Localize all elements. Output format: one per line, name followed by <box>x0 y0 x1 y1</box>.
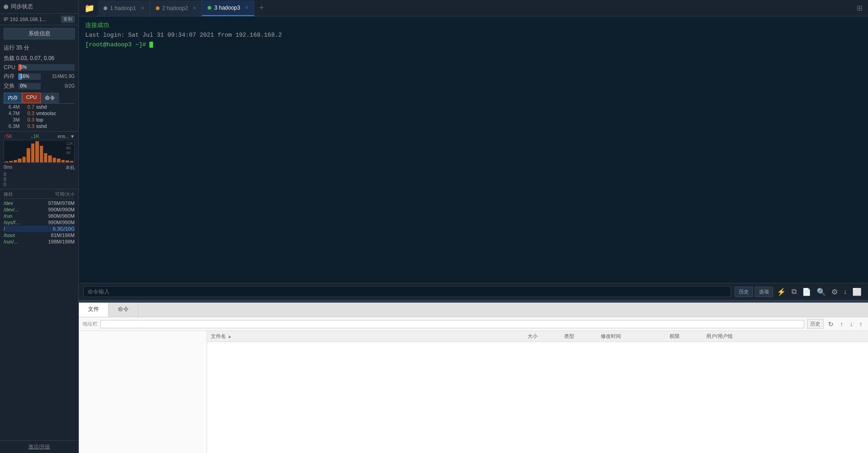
mem-label: 内存 <box>4 72 16 80</box>
tab-hadoop1[interactable]: 1 hadoop1 ✕ <box>98 0 150 16</box>
bottom-area: 文件 命令 地址栏 历史 ↻ ↑ ↓ ↑ <box>79 302 868 453</box>
net-bar-7 <box>35 141 38 162</box>
proc-mem-1: 4.7M <box>4 110 20 116</box>
download-icon-btn[interactable]: ↓ <box>841 287 849 297</box>
tab-process-cmd[interactable]: 命令 <box>41 93 59 103</box>
mem-detail-text: 314M/1.9G <box>43 74 75 79</box>
addr-history-btn[interactable]: 历史 <box>807 319 824 329</box>
term-line-3: [root@hadoop3 ~]# <box>85 40 862 50</box>
net-bar-0 <box>5 161 8 162</box>
settings-icon-btn[interactable]: ⚙ <box>830 287 840 297</box>
latency-text: 0ms <box>4 165 12 171</box>
net-upload-text: ↑5K <box>4 133 12 139</box>
tab-grid-icon[interactable]: ⊞ <box>853 4 866 12</box>
search-icon-btn[interactable]: 🔍 <box>815 287 828 297</box>
tab-process-mem[interactable]: 内存 <box>4 93 22 103</box>
swap-label: 交换 <box>4 82 16 90</box>
addr-download-btn[interactable]: ↓ <box>848 320 855 329</box>
tab-files[interactable]: 文件 <box>79 303 109 317</box>
proc-row-1: 4.7M 0.3 vmtoolsc <box>0 110 78 116</box>
disk-row-0: /dev 978M/978M <box>4 200 75 206</box>
cmd-input-field[interactable] <box>83 286 731 297</box>
disk-avail-4: 6.3G/10G <box>38 226 75 232</box>
swap-pct-text: 0% <box>20 83 27 89</box>
proc-row-3: 6.3M 0.3 sshd <box>0 123 78 129</box>
proc-row-2: 3M 0.3 top <box>0 116 78 123</box>
network-section: ↑5K ↓1K ens... ▼ 12K 8K 4K 0ms 本机 0 0 0 <box>0 131 78 187</box>
host-text: 本机 <box>66 165 75 171</box>
col-perm[interactable]: 权限 <box>670 333 706 340</box>
net-bar-15 <box>70 161 73 162</box>
file-left-panel <box>79 331 207 453</box>
sidebar-bottom: 激活/升级 <box>0 440 78 453</box>
proc-cpu-3: 0.3 <box>22 123 34 129</box>
expand-icon-btn[interactable]: ⬜ <box>851 287 863 297</box>
proc-cpu-2: 0.3 <box>22 117 34 122</box>
addr-up-btn[interactable]: ↑ <box>838 320 845 329</box>
ip-text: IP 192.168.168.1... <box>4 17 58 22</box>
proc-name-3: sshd <box>36 123 47 129</box>
addr-upload-btn[interactable]: ↑ <box>857 320 864 329</box>
mem-bar: 16% <box>18 73 41 80</box>
cmd-input-bar: 历史 选项 ⚡ ⧉ 📄 🔍 ⚙ ↓ ⬜ <box>79 283 868 300</box>
swap-stat-row: 交换 0% 0/2G <box>0 81 78 91</box>
term-cursor <box>149 42 153 48</box>
proc-row-0: 6.4M 0.7 sshd <box>0 104 78 110</box>
disk-header: 路径 可用/大小 <box>4 191 75 199</box>
copy-ip-button[interactable]: 复制 <box>61 16 75 23</box>
net-value-rows: 0 0 0 <box>4 172 75 187</box>
mem-stat-row: 内存 16% 314M/1.9G <box>0 72 78 81</box>
tab-dot-1 <box>104 6 107 10</box>
sys-info-button[interactable]: 系统信息 <box>4 28 75 39</box>
disk-row-4: / 6.3G/10G <box>4 226 75 232</box>
main-area: 📁 1 hadoop1 ✕ 2 hadoop2 ✕ 3 hadoop3 ✕ + … <box>79 0 868 453</box>
swap-bar: 0% <box>18 83 41 89</box>
file-icon-btn[interactable]: 📄 <box>800 287 813 297</box>
tab-hadoop2[interactable]: 2 hadoop2 ✕ <box>150 0 203 16</box>
tab-close-3[interactable]: ✕ <box>245 5 248 10</box>
disk-avail-3: 990M/990M <box>38 220 75 225</box>
net-bar-5 <box>27 148 30 162</box>
term-line-2: Last login: Sat Jul 31 09:34:07 2021 fro… <box>85 31 862 40</box>
terminal-area[interactable]: 连接成功 Last login: Sat Jul 31 09:34:07 202… <box>79 17 868 283</box>
add-tab-button[interactable]: + <box>254 3 269 13</box>
col-type[interactable]: 类型 <box>564 333 601 340</box>
tab-dot-2 <box>156 6 159 10</box>
folder-icon[interactable]: 📁 <box>81 3 98 13</box>
tab-close-1[interactable]: ✕ <box>141 6 144 11</box>
col-time[interactable]: 修改时间 <box>601 333 670 340</box>
proc-cpu-1: 0.3 <box>22 110 34 116</box>
net-bar-13 <box>61 160 65 162</box>
sync-dot <box>4 5 8 9</box>
net-bar-9 <box>44 153 47 162</box>
history-button[interactable]: 历史 <box>735 287 753 297</box>
col-size[interactable]: 大小 <box>527 333 564 340</box>
net-bar-2 <box>14 160 17 162</box>
tab-label-2: 2 hadoop2 <box>162 5 188 11</box>
disk-row-3: /sys/f... 990M/990M <box>4 219 75 226</box>
cpu-bar: 5% <box>18 64 75 71</box>
net-iface-select[interactable]: ens... ▼ <box>58 134 75 139</box>
tab-commands[interactable]: 命令 <box>109 303 138 317</box>
tab-hadoop3[interactable]: 3 hadoop3 ✕ <box>202 0 254 16</box>
net-header: ↑5K ↓1K ens... ▼ <box>4 133 75 139</box>
runtime-row: 运行 35 分 <box>0 42 78 54</box>
disk-avail-2: 980M/980M <box>38 213 75 219</box>
disk-avail-0: 978M/978M <box>38 200 75 206</box>
col-user[interactable]: 用户/用户组 <box>706 333 864 340</box>
copy-icon-btn[interactable]: ⧉ <box>790 287 798 297</box>
disk-row-1: /dev/... 990M/990M <box>4 206 75 213</box>
tab-close-2[interactable]: ✕ <box>192 6 196 11</box>
bottom-tabs: 文件 命令 <box>79 303 868 317</box>
activate-text[interactable]: 激活/升级 <box>28 444 50 449</box>
disk-path-6: /run/... <box>4 239 38 244</box>
tab-process-cpu[interactable]: CPU <box>22 93 41 103</box>
flash-icon-btn[interactable]: ⚡ <box>775 287 788 297</box>
options-button[interactable]: 选项 <box>755 287 773 297</box>
mem-pct-text: 16% <box>20 73 29 80</box>
col-name[interactable]: 文件名 ▲ <box>211 333 527 340</box>
disk-path-3: /sys/f... <box>4 220 38 225</box>
addr-refresh-btn[interactable]: ↻ <box>826 320 835 329</box>
disk-path-1: /dev/... <box>4 207 38 212</box>
addr-input-field[interactable] <box>100 320 804 328</box>
